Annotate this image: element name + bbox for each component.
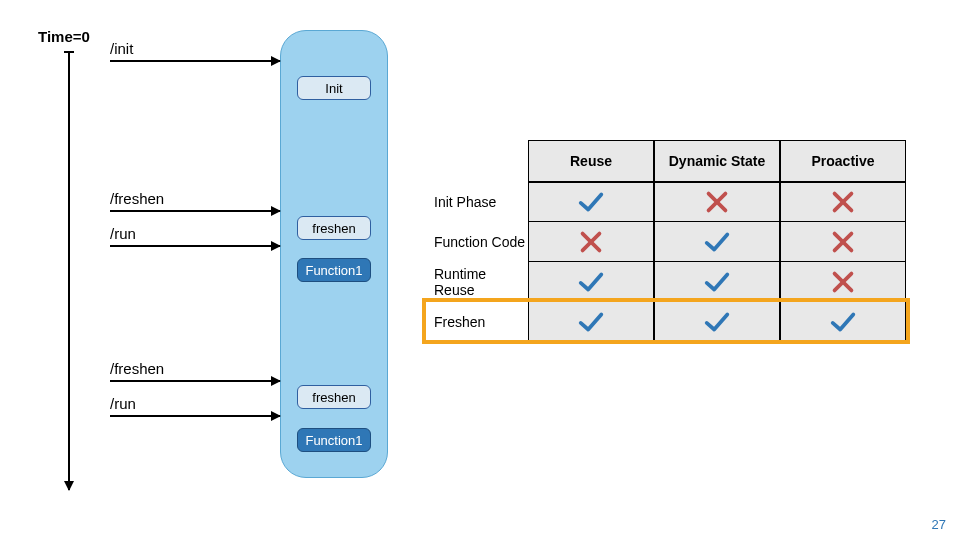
table-cell bbox=[654, 222, 780, 262]
page-number: 27 bbox=[932, 517, 946, 532]
header-reuse: Reuse bbox=[528, 140, 654, 182]
request-arrow: /run bbox=[110, 225, 280, 247]
table-cell bbox=[654, 182, 780, 222]
header-blank bbox=[428, 140, 528, 182]
cross-icon bbox=[702, 187, 732, 217]
request-arrow: /freshen bbox=[110, 190, 280, 212]
table-row: Function Code bbox=[428, 222, 926, 262]
cross-icon bbox=[828, 227, 858, 257]
row-label: Freshen bbox=[428, 302, 528, 342]
check-icon bbox=[702, 267, 732, 297]
phase-pill: Init bbox=[297, 76, 371, 100]
phase-pill: Function1 bbox=[297, 258, 371, 282]
phase-pill: freshen bbox=[297, 216, 371, 240]
table-cell bbox=[654, 262, 780, 302]
table-cell bbox=[528, 302, 654, 342]
table-cell bbox=[528, 262, 654, 302]
table-row: Freshen bbox=[428, 302, 926, 342]
header-dynamic-state: Dynamic State bbox=[654, 140, 780, 182]
table-cell bbox=[528, 222, 654, 262]
table-cell bbox=[528, 182, 654, 222]
table-cell bbox=[654, 302, 780, 342]
row-label: Function Code bbox=[428, 222, 528, 262]
request-arrow: /run bbox=[110, 395, 280, 417]
request-label: /run bbox=[110, 395, 280, 412]
cross-icon bbox=[828, 267, 858, 297]
request-arrow: /init bbox=[110, 40, 280, 62]
header-proactive: Proactive bbox=[780, 140, 906, 182]
check-icon bbox=[702, 307, 732, 337]
cross-icon bbox=[828, 187, 858, 217]
check-icon bbox=[576, 307, 606, 337]
arrow-icon bbox=[110, 380, 280, 382]
arrow-icon bbox=[110, 60, 280, 62]
request-label: /freshen bbox=[110, 360, 280, 377]
phase-pill: Function1 bbox=[297, 428, 371, 452]
request-arrow: /freshen bbox=[110, 360, 280, 382]
check-icon bbox=[576, 267, 606, 297]
request-label: /init bbox=[110, 40, 280, 57]
time-label: Time=0 bbox=[38, 28, 90, 45]
row-label: Init Phase bbox=[428, 182, 528, 222]
table-row: Init Phase bbox=[428, 182, 926, 222]
cross-icon bbox=[576, 227, 606, 257]
table-cell bbox=[780, 302, 906, 342]
check-icon bbox=[576, 187, 606, 217]
row-label: Runtime Reuse bbox=[428, 262, 528, 302]
table-cell bbox=[780, 262, 906, 302]
check-icon bbox=[828, 307, 858, 337]
request-label: /freshen bbox=[110, 190, 280, 207]
check-icon bbox=[702, 227, 732, 257]
table-cell bbox=[780, 182, 906, 222]
request-label: /run bbox=[110, 225, 280, 242]
table-cell bbox=[780, 222, 906, 262]
table-row: Runtime Reuse bbox=[428, 262, 926, 302]
phase-pill: freshen bbox=[297, 385, 371, 409]
comparison-table: Reuse Dynamic State Proactive Init Phase… bbox=[428, 140, 926, 342]
arrow-icon bbox=[110, 210, 280, 212]
arrow-icon bbox=[110, 415, 280, 417]
arrow-icon bbox=[110, 245, 280, 247]
timeline-axis bbox=[68, 52, 70, 490]
